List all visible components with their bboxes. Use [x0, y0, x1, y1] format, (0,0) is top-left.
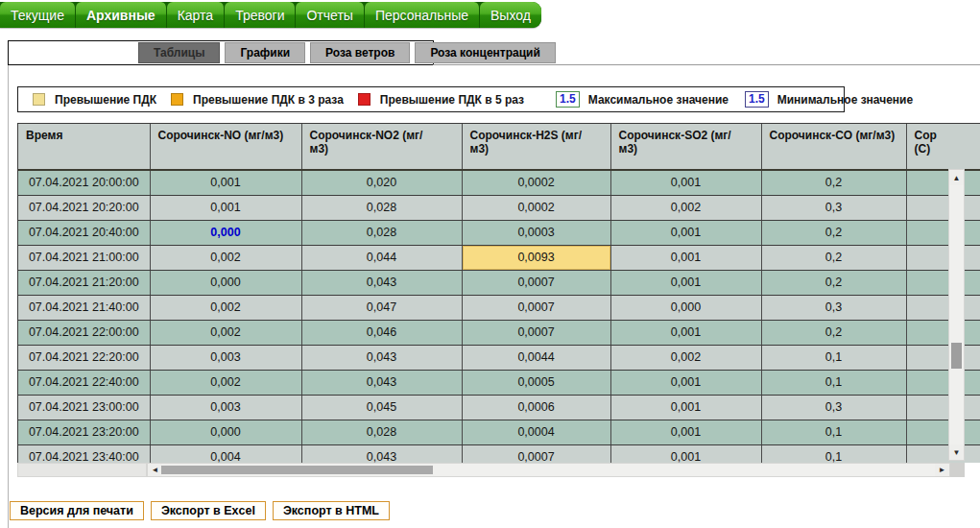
- cell-value: 0,028: [301, 195, 462, 220]
- cell-value: 0,001: [610, 370, 761, 395]
- cell-value: 0,0007: [462, 295, 610, 320]
- column-header-6: Сор (С): [906, 124, 980, 170]
- table-row-2: 07.04.2021 20:40:000,0000,0280,00030,001…: [18, 220, 980, 245]
- exceedance-swatch-icon-2: [358, 93, 370, 106]
- cell-value: 0,1: [761, 370, 906, 395]
- view-tab-0[interactable]: Таблицы: [138, 42, 220, 63]
- table-row-6: 07.04.2021 22:00:000,0020,0460,00070,001…: [18, 320, 980, 345]
- cell-value: 0,1: [761, 345, 906, 370]
- cell-time: 07.04.2021 23:00:00: [18, 395, 150, 420]
- cell-value: 0,043: [301, 345, 462, 370]
- cell-value: 0,002: [150, 370, 301, 395]
- scroll-up-icon[interactable]: ▲: [949, 170, 964, 185]
- nav-tab-6[interactable]: Выход: [480, 2, 541, 28]
- cell-value: 0,003: [150, 395, 301, 420]
- cell-value: 0,001: [610, 395, 761, 420]
- cell-value: [906, 320, 980, 345]
- cell-time: 07.04.2021 22:40:00: [18, 370, 150, 395]
- cell-value: [906, 170, 980, 195]
- cell-value: 0,001: [610, 270, 761, 295]
- cell-value: [906, 370, 980, 395]
- cell-value: 0,043: [301, 444, 462, 463]
- nav-tab-1[interactable]: Архивные: [76, 2, 167, 28]
- cell-value: 0,0003: [462, 220, 610, 245]
- cell-value: 0,0007: [462, 270, 610, 295]
- cell-value: 0,3: [761, 195, 906, 220]
- horizontal-scrollbar[interactable]: ◄ ►: [147, 463, 950, 477]
- cell-value: 0,001: [610, 320, 761, 345]
- cell-value: 0,044: [301, 245, 462, 270]
- cell-time: 07.04.2021 20:20:00: [18, 195, 150, 220]
- view-tab-1[interactable]: Графики: [225, 42, 305, 63]
- cell-value: [906, 345, 980, 370]
- table-header-row: ВремяСорочинск-NO (мг/м3)Сорочинск-NO2 (…: [18, 124, 980, 170]
- view-tab-2[interactable]: Роза ветров: [310, 42, 410, 63]
- cell-value: 0,0002: [462, 195, 610, 220]
- nav-tab-2[interactable]: Карта: [167, 2, 225, 28]
- cell-value: 0,3: [761, 295, 906, 320]
- nav-tab-0[interactable]: Текущие: [0, 2, 76, 28]
- export-button-2[interactable]: Экспорт в HTML: [273, 501, 390, 520]
- table-body: 07.04.2021 20:00:000,0010,0200,00020,001…: [18, 170, 980, 463]
- vertical-scrollbar[interactable]: ▲ ▼: [948, 169, 965, 461]
- table-row-3: 07.04.2021 21:00:000,0020,0440,00930,001…: [18, 245, 980, 270]
- cell-value: 0,001: [610, 220, 761, 245]
- cell-value: [906, 245, 980, 270]
- cell-value: 0,028: [301, 220, 462, 245]
- export-button-1[interactable]: Экспорт в Excel: [151, 501, 266, 520]
- exceedance-swatch-icon-1: [171, 93, 183, 106]
- table-row-8: 07.04.2021 22:40:000,0020,0430,00050,001…: [18, 370, 980, 395]
- hscroll-frozen-gap: [17, 463, 147, 477]
- table-row-9: 07.04.2021 23:00:000,0030,0450,00060,001…: [18, 395, 980, 420]
- horizontal-scrollbar-thumb[interactable]: [161, 466, 433, 474]
- cell-value: 0,2: [761, 320, 906, 345]
- scroll-down-icon[interactable]: ▼: [949, 444, 964, 460]
- view-tabs: ТаблицыГрафикиРоза ветровРоза концентрац…: [8, 40, 434, 65]
- cell-value: 0,2: [761, 245, 906, 270]
- cell-value: 0,001: [610, 170, 761, 195]
- cell-time: 07.04.2021 21:00:00: [18, 245, 150, 270]
- cell-value: 0,002: [610, 345, 761, 370]
- cell-value: 0,045: [301, 395, 462, 420]
- cell-value: 0,001: [150, 195, 301, 220]
- cell-value: 0,0002: [462, 170, 610, 195]
- cell-value: 0,0006: [462, 395, 610, 420]
- strip-divider-line: [433, 64, 980, 65]
- cell-value: 0,001: [610, 444, 761, 463]
- cell-value: 0,000: [150, 220, 301, 245]
- measurements-table-wrap: ВремяСорочинск-NO (мг/м3)Сорочинск-NO2 (…: [17, 123, 980, 463]
- cell-value: 0,002: [150, 320, 301, 345]
- legend-label: Минимальное значение: [777, 93, 914, 107]
- cell-value: 0,3: [761, 395, 906, 420]
- table-row-4: 07.04.2021 21:20:000,0000,0430,00070,001…: [18, 270, 980, 295]
- cell-value: 0,1: [761, 420, 906, 444]
- cell-value: 0,028: [301, 420, 462, 444]
- nav-tab-5[interactable]: Персональные: [365, 2, 480, 28]
- cell-value: [906, 270, 980, 295]
- export-button-0[interactable]: Версия для печати: [10, 501, 144, 520]
- exceedance-swatch-icon-0: [33, 93, 45, 106]
- nav-tab-4[interactable]: Отчеты: [296, 2, 364, 28]
- cell-value: 0,001: [150, 170, 301, 195]
- cell-value: 0,0093: [462, 245, 610, 270]
- vertical-scrollbar-thumb[interactable]: [951, 343, 962, 369]
- column-header-0: Время: [18, 124, 150, 170]
- cell-value: [906, 220, 980, 245]
- cell-value: 0,1: [761, 444, 906, 463]
- table-row-7: 07.04.2021 22:20:000,0030,0430,00440,002…: [18, 345, 980, 370]
- legend-item-swatch-1: Превышение ПДК в 3 раза: [156, 93, 344, 107]
- nav-tab-3[interactable]: Тревоги: [225, 2, 296, 28]
- view-tab-3[interactable]: Роза концентраций: [415, 42, 555, 63]
- legend: Превышение ПДКПревышение ПДК в 3 разаПре…: [17, 86, 845, 112]
- cell-value: 0,020: [301, 170, 462, 195]
- cell-value: 0,004: [150, 444, 301, 463]
- scroll-right-icon[interactable]: ►: [935, 464, 949, 476]
- cell-value: 0,047: [301, 295, 462, 320]
- table-row-1: 07.04.2021 20:20:000,0010,0280,00020,002…: [18, 195, 980, 220]
- legend-label: Максимальное значение: [588, 93, 729, 107]
- cell-value: 0,043: [301, 270, 462, 295]
- cell-time: 07.04.2021 22:20:00: [18, 345, 150, 370]
- scroll-left-icon[interactable]: ◄: [148, 464, 162, 476]
- column-header-4: Сорочинск-SO2 (мг/ м3): [610, 124, 761, 170]
- cell-time: 07.04.2021 21:20:00: [18, 270, 150, 295]
